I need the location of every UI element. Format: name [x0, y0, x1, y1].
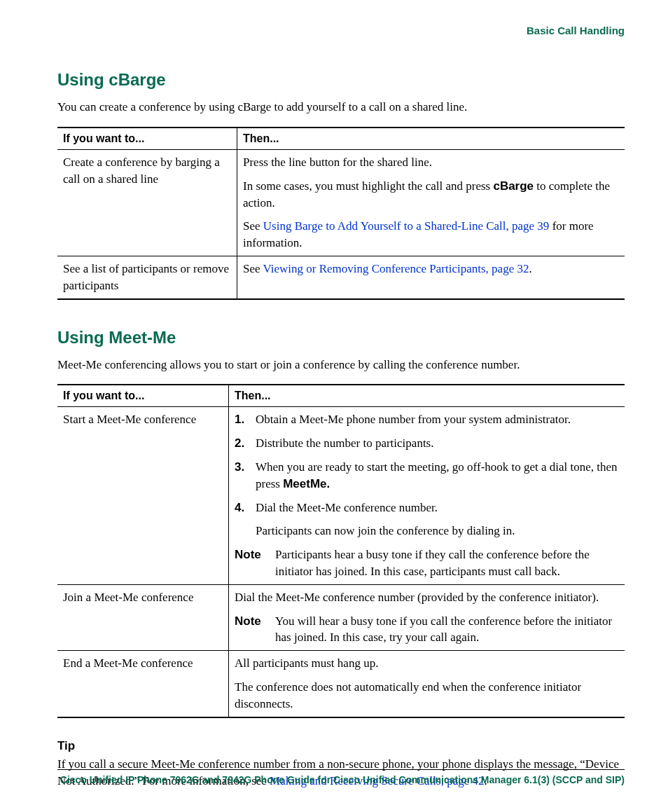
table-cell: Start a Meet-Me conference [57, 407, 229, 584]
table-cell: Join a Meet-Me conference [57, 584, 229, 650]
step-text: Distribute the number to participants. [256, 435, 619, 452]
note: Note You will hear a busy tone if you ca… [235, 613, 619, 647]
table-cell: See Viewing or Removing Conference Parti… [237, 256, 625, 298]
page-footer: Cisco Unified IP Phone 7962G and 7942G P… [57, 769, 625, 785]
table-cell: Create a conference by barging a call on… [57, 149, 237, 256]
table-cell: All participants must hang up. The confe… [229, 651, 625, 717]
cross-ref-link[interactable]: Using Barge to Add Yourself to a Shared-… [263, 219, 550, 233]
text: . [529, 262, 531, 275]
table-cell: 1. Obtain a Meet-Me phone number from yo… [229, 407, 625, 584]
para: See Using Barge to Add Yourself to a Sha… [243, 218, 619, 252]
step-text: Dial the Meet-Me conference number. [256, 500, 619, 516]
table-header: Then... [237, 128, 625, 150]
step-number: 2. [235, 435, 256, 452]
note-text: Participants hear a busy tone if they ca… [275, 546, 619, 580]
text: In some cases, you must highlight the ca… [243, 179, 493, 193]
text: See [243, 219, 263, 233]
list-item: 2. Distribute the number to participants… [235, 435, 619, 452]
section-heading-cbarge: Using cBarge [57, 70, 625, 90]
para: In some cases, you must highlight the ca… [243, 178, 619, 212]
para: The conference does not automatically en… [235, 679, 619, 713]
para: Participants can now join the conference… [256, 523, 619, 539]
steps-list: 1. Obtain a Meet-Me phone number from yo… [235, 411, 619, 516]
note: Note Participants hear a busy tone if th… [235, 546, 619, 580]
table-header: If you want to... [57, 385, 229, 407]
table-cell: Press the line button for the shared lin… [237, 149, 625, 256]
table-header: Then... [229, 385, 625, 407]
para: Press the line button for the shared lin… [243, 154, 619, 171]
meetme-table: If you want to... Then... Start a Meet-M… [57, 384, 625, 717]
list-item: 4. Dial the Meet-Me conference number. [235, 500, 619, 516]
tip-heading: Tip [57, 739, 625, 753]
note-label: Note [235, 613, 275, 647]
note-text: You will hear a busy tone if you call th… [275, 613, 619, 647]
table-cell: See a list of participants or remove par… [57, 256, 237, 298]
para: Dial the Meet-Me conference number (prov… [235, 589, 619, 606]
note-label: Note [235, 546, 275, 580]
softkey-name: MeetMe. [283, 477, 330, 490]
step-number: 1. [235, 411, 256, 428]
list-item: 1. Obtain a Meet-Me phone number from yo… [235, 411, 619, 428]
table-cell: Dial the Meet-Me conference number (prov… [229, 584, 625, 650]
table-cell: End a Meet-Me conference [57, 651, 229, 717]
intro-text-cbarge: You can create a conference by using cBa… [57, 99, 625, 116]
softkey-name: cBarge [493, 179, 534, 193]
cross-ref-link[interactable]: Viewing or Removing Conference Participa… [263, 262, 529, 275]
section-heading-meetme: Using Meet-Me [57, 328, 625, 347]
intro-text-meetme: Meet-Me conferencing allows you to start… [57, 357, 625, 373]
para: All participants must hang up. [235, 655, 619, 672]
text: See [243, 262, 263, 275]
step-text: Obtain a Meet-Me phone number from your … [256, 411, 619, 428]
step-number: 3. [235, 459, 256, 493]
list-item: 3. When you are ready to start the meeti… [235, 459, 619, 493]
step-text: When you are ready to start the meeting,… [256, 459, 619, 493]
cbarge-table: If you want to... Then... Create a confe… [57, 127, 625, 300]
step-number: 4. [235, 500, 256, 516]
page-header: Basic Call Handling [57, 25, 625, 36]
table-header: If you want to... [57, 128, 237, 150]
